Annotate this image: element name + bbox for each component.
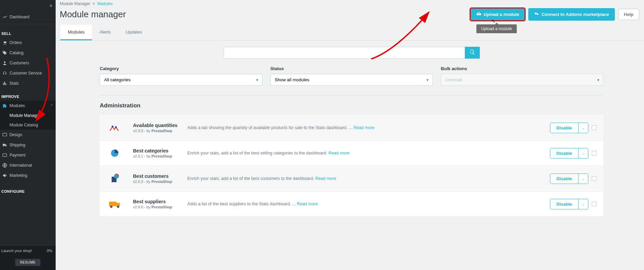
- sidebar-item-label: Catalog: [10, 50, 23, 55]
- sidebar-item-label: Design: [10, 132, 22, 137]
- disable-button[interactable]: Disable: [550, 199, 578, 209]
- launch-label: Launch your shop!: [1, 249, 32, 253]
- disable-button[interactable]: Disable: [550, 148, 578, 158]
- key-icon: [534, 11, 539, 18]
- cart-icon: [2, 40, 7, 45]
- sidebar-item-label: Marketing: [10, 173, 27, 178]
- sidebar-section-sell: SELL: [0, 25, 56, 38]
- upload-module-button[interactable]: Upload a module: [470, 8, 525, 21]
- action-dropdown-button[interactable]: ⌄: [578, 123, 588, 133]
- module-meta: v2.0.0 - by PrestaShop: [133, 129, 187, 133]
- resume-button[interactable]: RESUME: [15, 259, 40, 266]
- help-button[interactable]: Help: [618, 9, 639, 20]
- dashboard-icon: [2, 14, 7, 20]
- module-description: Adds a list of the best suppliers to the…: [187, 202, 550, 206]
- sidebar-item-customer-service[interactable]: Customer Service: [0, 68, 56, 78]
- sidebar-item-label: Orders: [10, 40, 22, 45]
- module-description: Adds a tab showing the quantity of avail…: [187, 125, 550, 130]
- module-description: Enrich your stats, add a list of the bes…: [187, 176, 550, 181]
- action-dropdown-button[interactable]: ⌄: [578, 199, 588, 209]
- sidebar: « Dashboard SELL Orders Catalog Customer…: [0, 0, 56, 270]
- sidebar-item-label: Shipping: [10, 143, 25, 147]
- main-content: Module Manager > Modules Module manager …: [56, 0, 644, 270]
- sidebar-item-payment[interactable]: Payment: [0, 150, 56, 160]
- sidebar-item-customers[interactable]: Customers: [0, 58, 56, 68]
- puzzle-icon: [2, 103, 7, 108]
- action-dropdown-button[interactable]: ⌄: [578, 174, 588, 184]
- sidebar-item-modules[interactable]: Modules ⌃: [0, 101, 56, 111]
- upload-tooltip: Upload a module: [476, 24, 517, 33]
- read-more-link[interactable]: Read more: [297, 202, 318, 206]
- sidebar-item-label: Payment: [10, 153, 25, 158]
- sidebar-item-label: International: [10, 163, 32, 168]
- svg-rect-11: [109, 202, 116, 206]
- chevron-up-icon: ⌃: [50, 104, 53, 108]
- category-label: Category: [100, 66, 262, 71]
- read-more-link[interactable]: Read more: [315, 176, 336, 181]
- bulk-label: Bulk actions: [441, 66, 603, 71]
- sidebar-item-dashboard[interactable]: Dashboard: [0, 10, 56, 24]
- user-icon: [2, 60, 7, 66]
- module-checkbox[interactable]: [592, 125, 596, 130]
- sidebar-item-marketing[interactable]: Marketing: [0, 170, 56, 181]
- module-checkbox[interactable]: [592, 151, 596, 155]
- module-icon: [107, 147, 123, 160]
- sidebar-section-configure: CONFIGURE: [0, 181, 56, 195]
- sidebar-item-international[interactable]: International: [0, 160, 56, 170]
- svg-point-14: [117, 206, 119, 208]
- sidebar-item-stats[interactable]: Stats: [0, 78, 56, 88]
- action-dropdown-button[interactable]: ⌄: [578, 148, 588, 158]
- read-more-link[interactable]: Read more: [328, 151, 349, 155]
- read-more-link[interactable]: Read more: [354, 125, 375, 130]
- sidebar-item-design[interactable]: Design: [0, 130, 56, 140]
- svg-point-2: [3, 146, 4, 146]
- sidebar-item-catalog[interactable]: Catalog: [0, 48, 56, 58]
- module-row: Best customers v2.0.3 - by PrestaShop En…: [100, 166, 603, 191]
- tab-modules[interactable]: Modules: [60, 25, 92, 40]
- module-checkbox[interactable]: [592, 202, 596, 206]
- sidebar-item-orders[interactable]: Orders: [0, 38, 56, 48]
- cloud-upload-icon: [476, 11, 481, 18]
- module-row: Best categories v2.0.1 - by PrestaShop E…: [100, 141, 603, 166]
- truck-icon: [2, 142, 7, 148]
- disable-button[interactable]: Disable: [550, 174, 578, 184]
- sidebar-item-shipping[interactable]: Shipping: [0, 140, 56, 150]
- module-row: Best suppliers v2.0.0 - by PrestaShop Ad…: [100, 191, 603, 217]
- sidebar-item-label: Dashboard: [10, 15, 30, 19]
- category-select[interactable]: All categories: [100, 74, 262, 86]
- connect-addons-button[interactable]: Connect to Addons marketplace: [528, 8, 615, 21]
- module-action-split: Disable ⌄: [550, 123, 588, 133]
- search-button[interactable]: [465, 47, 480, 59]
- bulk-select: Uninstall: [441, 74, 603, 86]
- module-meta: v2.0.3 - by PrestaShop: [133, 180, 187, 184]
- button-label: Upload a module: [484, 12, 519, 17]
- tag-icon: [2, 50, 7, 56]
- module-icon: [107, 172, 123, 185]
- divider: [100, 95, 603, 96]
- tab-updates[interactable]: Updates: [118, 25, 149, 40]
- sidebar-item-label: Customer Service: [10, 71, 42, 76]
- submenu-module-manager[interactable]: Module Manager: [0, 111, 56, 120]
- status-select[interactable]: Show all modules: [270, 74, 433, 86]
- sidebar-item-label: Modules: [10, 103, 25, 108]
- module-name: Best customers: [133, 173, 187, 179]
- collapse-sidebar-icon[interactable]: «: [50, 3, 52, 8]
- headset-icon: [2, 70, 7, 76]
- search-input[interactable]: [224, 47, 465, 59]
- breadcrumb-current[interactable]: Modules: [97, 1, 112, 6]
- sidebar-section-improve: IMPROVE: [0, 88, 56, 101]
- breadcrumb-root[interactable]: Module Manager: [60, 1, 90, 6]
- globe-icon: [2, 163, 7, 168]
- submenu-module-catalog[interactable]: Module Catalog: [0, 120, 56, 130]
- stats-icon: [2, 81, 7, 86]
- svg-rect-4: [3, 154, 7, 157]
- page-title: Module manager: [60, 9, 126, 20]
- megaphone-icon: [2, 173, 7, 178]
- module-checkbox[interactable]: [592, 176, 596, 181]
- launch-progress: Launch your shop! 0%: [0, 246, 56, 255]
- card-icon: [2, 152, 7, 158]
- svg-point-6: [112, 126, 113, 127]
- disable-button[interactable]: Disable: [550, 123, 578, 133]
- tab-alerts[interactable]: Alerts: [92, 25, 118, 40]
- module-row: Available quantities v2.0.0 - by PrestaS…: [100, 115, 603, 141]
